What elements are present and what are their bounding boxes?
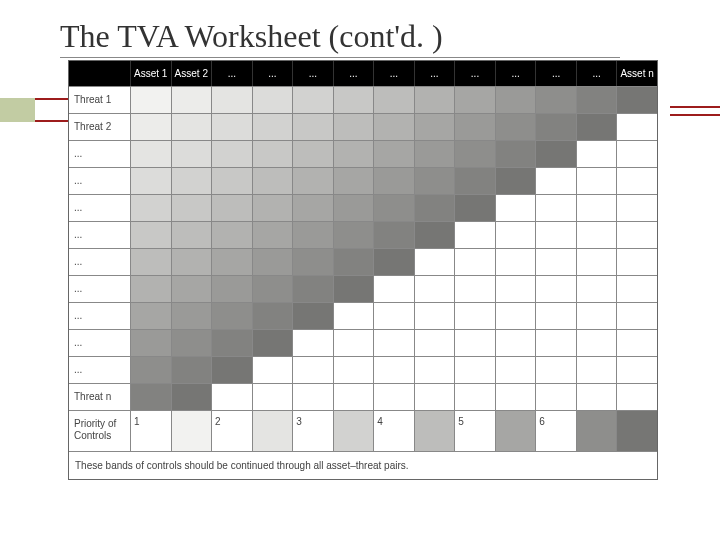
priority-cell	[253, 411, 294, 451]
row-label: Threat 2	[69, 114, 131, 140]
priority-row: Priority of Controls123456	[69, 410, 657, 451]
header-blank	[69, 61, 131, 86]
threat-row: ...	[69, 275, 657, 302]
matrix-cell	[293, 114, 334, 140]
priority-cell: 1	[131, 411, 172, 451]
priority-cell	[577, 411, 618, 451]
matrix-cell	[374, 168, 415, 194]
priority-cell: 6	[536, 411, 577, 451]
header-col: ...	[293, 61, 334, 86]
matrix-cell	[415, 303, 456, 329]
matrix-cell	[131, 195, 172, 221]
header-row: Asset 1Asset 2..........................…	[69, 61, 657, 86]
matrix-cell	[496, 249, 537, 275]
matrix-cell	[374, 330, 415, 356]
matrix-cell	[536, 384, 577, 410]
matrix-cell	[455, 330, 496, 356]
matrix-cell	[577, 384, 618, 410]
matrix-cell	[496, 195, 537, 221]
matrix-cell	[131, 357, 172, 383]
priority-cell: 3	[293, 411, 334, 451]
matrix-cell	[415, 195, 456, 221]
threat-row: Threat 1	[69, 86, 657, 113]
matrix-cell	[374, 276, 415, 302]
page-title: The TVA Worksheet (cont'd. )	[60, 18, 620, 58]
matrix-cell	[374, 141, 415, 167]
matrix-cell	[253, 141, 294, 167]
row-label: ...	[69, 141, 131, 167]
header-col: ...	[577, 61, 618, 86]
matrix-cell	[253, 357, 294, 383]
matrix-cell	[496, 384, 537, 410]
matrix-cell	[212, 249, 253, 275]
matrix-cell	[577, 141, 618, 167]
accent-line-left	[35, 98, 69, 122]
matrix-cell	[293, 168, 334, 194]
matrix-cell	[536, 168, 577, 194]
matrix-cell	[374, 303, 415, 329]
header-col: ...	[334, 61, 375, 86]
matrix-cell	[496, 141, 537, 167]
matrix-cell	[455, 114, 496, 140]
matrix-cell	[172, 357, 213, 383]
row-label: ...	[69, 330, 131, 356]
matrix-cell	[172, 168, 213, 194]
row-label: ...	[69, 222, 131, 248]
matrix-cell	[455, 87, 496, 113]
matrix-cell	[617, 357, 657, 383]
row-label: Threat n	[69, 384, 131, 410]
matrix-cell	[577, 357, 618, 383]
matrix-cell	[617, 303, 657, 329]
header-col: Asset 2	[172, 61, 213, 86]
row-label: ...	[69, 168, 131, 194]
matrix-cell	[415, 384, 456, 410]
matrix-cell	[212, 168, 253, 194]
matrix-cell	[253, 114, 294, 140]
matrix-cell	[172, 249, 213, 275]
matrix-cell	[131, 87, 172, 113]
priority-cell	[172, 411, 213, 451]
matrix-cell	[455, 141, 496, 167]
matrix-cell	[536, 87, 577, 113]
matrix-cell	[577, 168, 618, 194]
row-label: ...	[69, 303, 131, 329]
matrix-cell	[577, 114, 618, 140]
matrix-cell	[293, 141, 334, 167]
matrix-cell	[415, 87, 456, 113]
matrix-cell	[415, 330, 456, 356]
matrix-cell	[212, 384, 253, 410]
matrix-cell	[415, 222, 456, 248]
matrix-cell	[536, 114, 577, 140]
matrix-cell	[536, 276, 577, 302]
matrix-cell	[334, 168, 375, 194]
matrix-cell	[131, 276, 172, 302]
matrix-cell	[617, 384, 657, 410]
matrix-cell	[617, 168, 657, 194]
matrix-cell	[334, 141, 375, 167]
matrix-cell	[577, 249, 618, 275]
footnote: These bands of controls should be contin…	[69, 451, 657, 479]
matrix-cell	[334, 87, 375, 113]
row-label: ...	[69, 195, 131, 221]
matrix-cell	[172, 195, 213, 221]
threat-row: ...	[69, 221, 657, 248]
matrix-cell	[172, 276, 213, 302]
matrix-cell	[293, 276, 334, 302]
accent-block	[0, 98, 35, 122]
matrix-cell	[293, 87, 334, 113]
matrix-cell	[496, 330, 537, 356]
matrix-cell	[455, 195, 496, 221]
matrix-cell	[374, 87, 415, 113]
header-col: ...	[374, 61, 415, 86]
matrix-cell	[172, 114, 213, 140]
threat-row: Threat n	[69, 383, 657, 410]
matrix-cell	[617, 330, 657, 356]
matrix-cell	[172, 222, 213, 248]
matrix-cell	[374, 357, 415, 383]
header-col: ...	[536, 61, 577, 86]
header-col: ...	[455, 61, 496, 86]
matrix-cell	[253, 384, 294, 410]
matrix-cell	[496, 276, 537, 302]
priority-cell	[617, 411, 657, 451]
matrix-cell	[253, 195, 294, 221]
